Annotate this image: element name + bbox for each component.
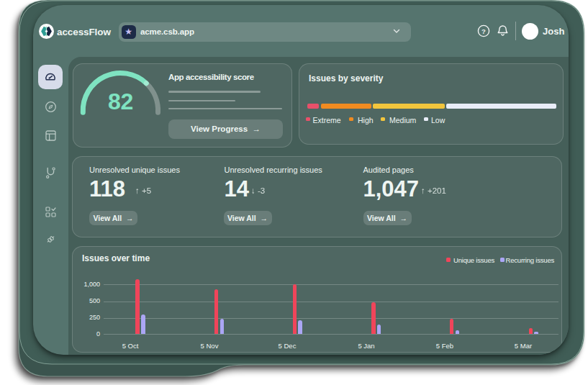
svg-text:82: 82: [108, 89, 133, 114]
svg-text:?: ?: [481, 27, 486, 35]
